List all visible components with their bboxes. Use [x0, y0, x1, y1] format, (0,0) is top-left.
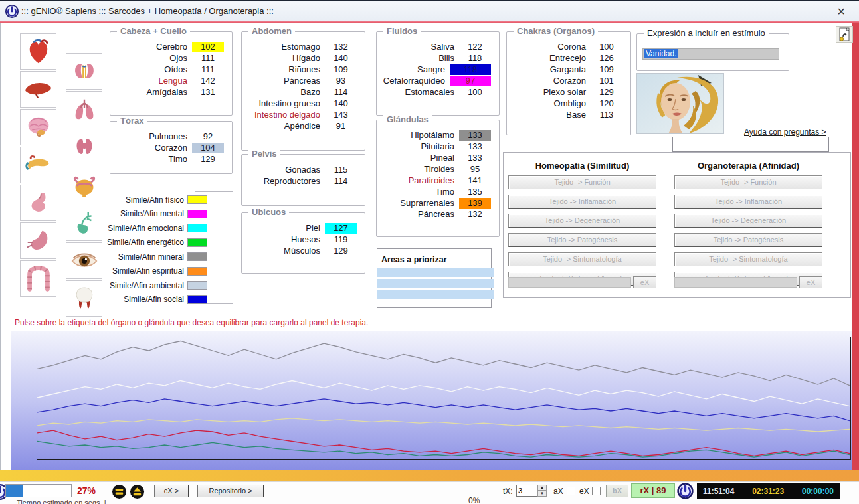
- organ-value: 93: [325, 76, 357, 86]
- wave-yellow: [37, 418, 850, 432]
- organ-label[interactable]: Ombligo: [512, 98, 591, 108]
- spin-up-icon[interactable]: ▲: [537, 485, 547, 491]
- organ-value: 133: [459, 141, 491, 152]
- organ-label[interactable]: Base: [512, 110, 591, 120]
- organ-label[interactable]: Entrecejo: [512, 53, 591, 63]
- organ-label[interactable]: Estomacales: [382, 87, 459, 97]
- close-icon[interactable]: ✕: [833, 4, 850, 19]
- tx-input[interactable]: [516, 485, 537, 497]
- organ-label[interactable]: Pituitaria: [382, 141, 459, 151]
- organ-label[interactable]: Intestino delgado: [247, 110, 325, 120]
- organ-label[interactable]: Suprarrenales: [382, 198, 459, 208]
- expresion-input[interactable]: Vanidad.: [642, 48, 779, 60]
- clock-session-time: 02:31:23: [752, 487, 784, 496]
- panel-title-fluidos: Fluidos: [383, 26, 421, 36]
- organ-label[interactable]: Bilis: [382, 53, 459, 63]
- organ-label[interactable]: Intestino grueso: [247, 98, 325, 108]
- tejido-button[interactable]: Tejido -> Función: [674, 175, 822, 189]
- tejido-button[interactable]: Tejido -> Inflamación: [508, 195, 656, 209]
- organ-row: Ombligo120: [512, 98, 622, 109]
- sidebar-spleen-tile[interactable]: [20, 222, 56, 259]
- organ-label[interactable]: Corazón: [512, 76, 591, 86]
- cx-button[interactable]: cX >: [154, 485, 189, 497]
- sidebar-brain-tile[interactable]: [20, 109, 56, 145]
- tejido-button[interactable]: Tejido -> Degeneración: [674, 214, 822, 228]
- sidebar-kidneys-tile[interactable]: [66, 53, 102, 90]
- sidebar-heart-tile[interactable]: [20, 33, 56, 70]
- organ-label[interactable]: Pineal: [382, 153, 459, 163]
- organ-label[interactable]: Páncreas: [247, 76, 325, 86]
- repositorio-button[interactable]: Repositorio >: [197, 485, 264, 497]
- panel-glandulas: GlándulasHipotálamo133Pituitaria133Pinea…: [376, 120, 500, 237]
- ex-checkbox[interactable]: [592, 487, 601, 495]
- pause-button[interactable]: [112, 484, 127, 499]
- organ-label[interactable]: Corazón: [116, 143, 192, 153]
- tejido-button[interactable]: Tejido -> Degeneración: [508, 214, 656, 228]
- organ-label[interactable]: Gónadas: [247, 165, 325, 175]
- organ-label[interactable]: Corona: [512, 42, 591, 52]
- organ-label[interactable]: Garganta: [512, 64, 591, 74]
- ex-button[interactable]: eX: [633, 276, 656, 288]
- organ-label[interactable]: Reproductores: [247, 176, 325, 186]
- tejido-button[interactable]: Tejido -> Sintomatología: [674, 252, 822, 266]
- organ-label[interactable]: Riñones: [247, 64, 325, 74]
- sidebar-colon-tile[interactable]: [20, 260, 56, 297]
- sidebar-pancreas-tile[interactable]: [20, 147, 56, 183]
- organ-label[interactable]: Hipotálamo: [382, 130, 459, 140]
- bx-button[interactable]: bX: [606, 485, 628, 497]
- organ-row: Garganta109: [512, 64, 622, 75]
- sidebar-bladder-tile[interactable]: [66, 167, 102, 203]
- eject-button[interactable]: [130, 484, 145, 499]
- spin-down-icon[interactable]: ▼: [537, 491, 547, 497]
- lungs-icon: [69, 94, 100, 125]
- organ-row: Oídos111: [116, 64, 224, 75]
- organ-label[interactable]: Pulmones: [116, 131, 192, 141]
- new-document-icon[interactable]: [836, 26, 853, 43]
- organ-label[interactable]: Sangre: [382, 64, 450, 74]
- rx-indicator: rX | 89: [631, 483, 675, 498]
- tejido-button[interactable]: Tejido -> Función: [508, 175, 656, 189]
- organ-label[interactable]: Amígdalas: [116, 87, 192, 97]
- organ-label[interactable]: Huesos: [247, 234, 325, 244]
- organ-label[interactable]: Bazo: [247, 87, 325, 97]
- organ-label[interactable]: Hígado: [247, 53, 325, 63]
- organ-label[interactable]: Piel: [247, 223, 325, 233]
- sidebar-liver-tile[interactable]: [20, 71, 56, 108]
- sidebar-gallbladder-tile[interactable]: [66, 205, 102, 241]
- ayuda-link[interactable]: Ayuda con preguntas >: [744, 127, 826, 137]
- tejido-button[interactable]: Tejido -> Sintomatología: [508, 252, 656, 266]
- organ-label[interactable]: Timo: [116, 154, 192, 164]
- organ-label[interactable]: Lengua: [116, 76, 192, 86]
- organ-label[interactable]: Apéndice: [247, 121, 325, 131]
- sidebar-lungs-tile[interactable]: [66, 91, 102, 127]
- organ-label[interactable]: Cerebro: [116, 42, 192, 52]
- organ-label[interactable]: Saliva: [382, 42, 459, 52]
- panel-fluidos: FluidosSaliva122Bilis118Sangre118Cefalor…: [376, 31, 500, 116]
- tx-spinner[interactable]: ▲▼: [516, 485, 547, 497]
- organ-label[interactable]: Tiroides: [382, 164, 459, 174]
- tejido-button[interactable]: Tejido -> Patogénesis: [674, 233, 822, 247]
- organ-label[interactable]: Oídos: [116, 64, 192, 74]
- sidebar-eye-tile[interactable]: [66, 242, 102, 279]
- legend-label: Simile/Afin social: [106, 295, 187, 304]
- sidebar-thyroid-tile[interactable]: [66, 129, 102, 165]
- sidebar-stomach-tile[interactable]: [20, 185, 56, 221]
- sidebar-tooth-tile[interactable]: [66, 280, 102, 317]
- stimulus-text-box[interactable]: [672, 137, 829, 152]
- organ-label[interactable]: Paratiroides: [382, 175, 459, 185]
- tejido-button[interactable]: Tejido -> Inflamación: [674, 195, 822, 209]
- organ-label[interactable]: Páncreas: [382, 209, 459, 219]
- organ-label[interactable]: Cefalorraquídeo: [382, 76, 450, 86]
- ex-button[interactable]: eX: [799, 276, 822, 288]
- venus-image: [636, 73, 724, 134]
- organ-row: Cefalorraquídeo97: [382, 75, 491, 86]
- tx-spinner-arrows[interactable]: ▲▼: [537, 485, 547, 497]
- organ-label[interactable]: Estómago: [247, 42, 325, 52]
- organ-label[interactable]: Músculos: [247, 246, 325, 256]
- organ-label[interactable]: Ojos: [116, 53, 192, 63]
- panel-rows: Corona100Entrecejo126Garganta109Corazón1…: [512, 41, 622, 120]
- tejido-button[interactable]: Tejido -> Patogénesis: [508, 233, 656, 247]
- organ-label[interactable]: Plexo solar: [512, 87, 591, 97]
- organ-label[interactable]: Timo: [382, 187, 459, 197]
- ax-checkbox[interactable]: [567, 487, 575, 495]
